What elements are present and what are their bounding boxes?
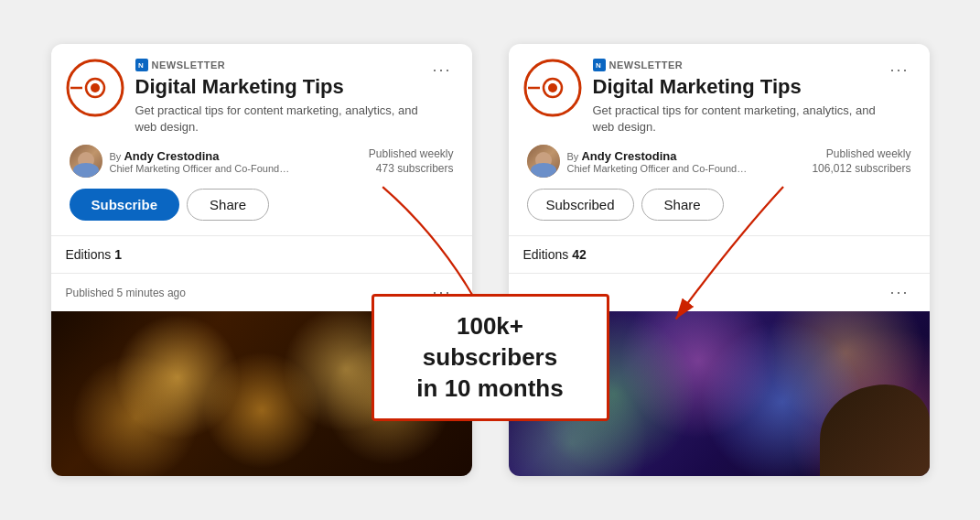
right-author-text: By Andy Crestodina Chief Marketing Offic… — [567, 149, 750, 174]
callout-text: 100k+ subscribersin 10 months — [396, 311, 585, 404]
right-newsletter-logo — [523, 59, 582, 117]
right-card-title-section: N NEWSLETTER Digital Marketing Tips Get … — [593, 59, 885, 136]
left-published-time: Published 5 minutes ago — [66, 287, 186, 299]
right-hand-bokeh — [820, 385, 930, 476]
right-card-logo-title: N NEWSLETTER Digital Marketing Tips Get … — [523, 59, 885, 136]
left-editions-count: 1 — [114, 247, 122, 262]
subscribed-button[interactable]: Subscribed — [527, 189, 634, 221]
right-editions-label: Editions — [523, 247, 569, 262]
right-editions-row: Editions 42 — [509, 235, 930, 273]
right-more-button[interactable]: ··· — [884, 59, 914, 81]
svg-text:N: N — [596, 61, 601, 70]
left-card-title-section: N NEWSLETTER Digital Marketing Tips Get … — [135, 59, 427, 136]
right-share-button[interactable]: Share — [641, 189, 724, 221]
svg-point-2 — [91, 83, 100, 92]
right-card-top: N NEWSLETTER Digital Marketing Tips Get … — [523, 59, 915, 136]
left-card-top: N NEWSLETTER Digital Marketing Tips Get … — [66, 59, 458, 136]
svg-text:N: N — [138, 61, 144, 70]
callout-box: 100k+ subscribersin 10 months — [372, 294, 609, 421]
right-author-row: By Andy Crestodina Chief Marketing Offic… — [523, 145, 915, 178]
left-newsletter-tag-text: NEWSLETTER — [152, 60, 226, 70]
right-subscriber-info: Published weekly 106,012 subscribers — [812, 146, 910, 178]
right-author-info: By Andy Crestodina Chief Marketing Offic… — [527, 145, 750, 178]
left-newsletter-tag-icon: N — [135, 59, 148, 71]
left-author-name-text: Andy Crestodina — [124, 149, 219, 163]
left-by-prefix: By — [110, 151, 122, 162]
left-editions-label: Editions — [66, 247, 112, 262]
left-action-row: Subscribe Share — [66, 189, 458, 224]
left-card-header: N NEWSLETTER Digital Marketing Tips Get … — [51, 44, 472, 236]
svg-point-8 — [548, 83, 557, 92]
right-editions-count: 42 — [572, 247, 587, 262]
left-newsletter-logo — [66, 59, 124, 117]
right-author-name-text: Andy Crestodina — [581, 149, 676, 163]
left-author-role: Chief Marketing Officer and Co-Founder, … — [110, 163, 293, 174]
left-newsletter-desc: Get practical tips for content marketing… — [135, 103, 427, 135]
right-avatar — [527, 145, 560, 178]
left-newsletter-tag: N NEWSLETTER — [135, 59, 427, 71]
right-avatar-face — [527, 145, 560, 178]
left-more-button[interactable]: ··· — [426, 59, 457, 81]
right-post-more-button[interactable]: ··· — [884, 281, 914, 304]
right-subscribers: 106,012 subscribers — [812, 161, 910, 177]
left-avatar — [70, 145, 102, 178]
left-author-info: By Andy Crestodina Chief Marketing Offic… — [70, 145, 293, 178]
left-card-logo-title: N NEWSLETTER Digital Marketing Tips Get … — [66, 59, 427, 136]
right-author-name: By Andy Crestodina — [567, 149, 750, 163]
right-author-role: Chief Marketing Officer and Co-Founder, … — [567, 163, 750, 174]
left-author-text: By Andy Crestodina Chief Marketing Offic… — [110, 149, 293, 174]
subscribe-button[interactable]: Subscribe — [70, 189, 180, 221]
left-author-row: By Andy Crestodina Chief Marketing Offic… — [66, 145, 458, 178]
right-card-header: N NEWSLETTER Digital Marketing Tips Get … — [509, 44, 930, 236]
right-by-prefix: By — [567, 151, 579, 162]
left-newsletter-title: Digital Marketing Tips — [135, 75, 427, 99]
left-avatar-face — [70, 145, 102, 178]
right-newsletter-tag-text: NEWSLETTER — [609, 60, 684, 70]
left-published-frequency: Published weekly — [369, 146, 454, 162]
right-newsletter-tag-icon: N — [593, 59, 606, 71]
left-author-name: By Andy Crestodina — [110, 149, 293, 163]
left-subscriber-info: Published weekly 473 subscribers — [369, 146, 454, 178]
right-published-frequency: Published weekly — [812, 146, 910, 162]
right-action-row: Subscribed Share — [523, 189, 915, 224]
right-newsletter-tag: N NEWSLETTER — [593, 59, 885, 71]
right-newsletter-desc: Get practical tips for content marketing… — [593, 103, 885, 135]
right-newsletter-title: Digital Marketing Tips — [593, 75, 885, 99]
left-share-button[interactable]: Share — [187, 189, 269, 221]
left-subscribers: 473 subscribers — [369, 161, 454, 177]
left-editions-row: Editions 1 — [51, 235, 472, 273]
